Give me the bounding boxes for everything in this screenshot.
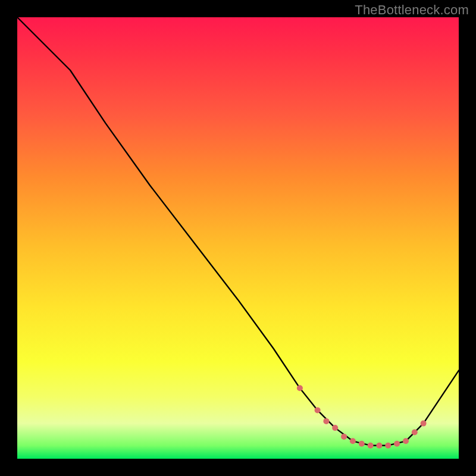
plot-area — [17, 17, 459, 459]
marker-dot — [421, 421, 427, 427]
marker-dot — [315, 407, 321, 413]
bottleneck-curve — [17, 17, 459, 446]
chart-svg — [17, 17, 459, 459]
marker-dot — [394, 441, 400, 447]
marker-dot — [350, 438, 356, 444]
marker-dot — [412, 430, 418, 436]
marker-dot — [359, 441, 365, 447]
marker-dot — [332, 425, 338, 431]
marker-dot — [403, 438, 409, 444]
marker-dot — [341, 434, 347, 440]
watermark-text: TheBottleneck.com — [355, 2, 469, 18]
marker-dot — [376, 443, 382, 449]
marker-dot — [297, 385, 303, 391]
marker-dot — [385, 443, 391, 449]
marker-dots — [297, 385, 427, 448]
chart-stage: TheBottleneck.com — [0, 0, 476, 476]
marker-dot — [323, 418, 329, 424]
marker-dot — [368, 443, 374, 449]
